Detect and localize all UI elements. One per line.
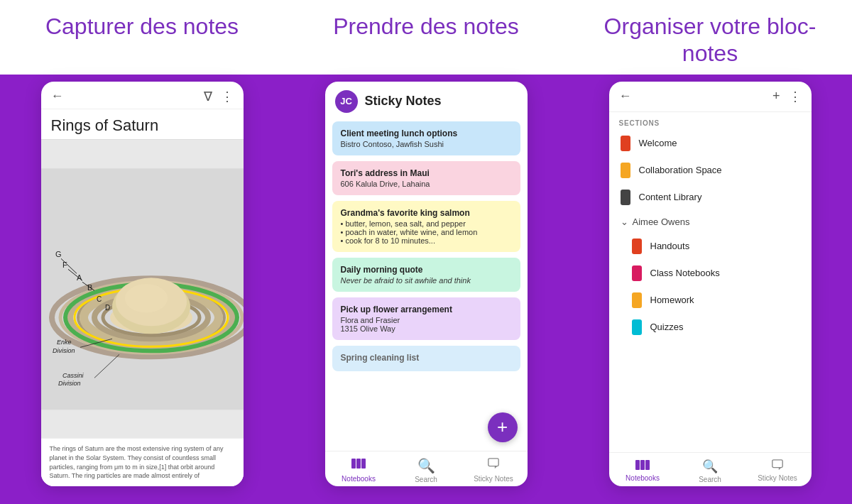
aimee-owens-label: Aimee Owens	[633, 217, 690, 227]
p3-plus-icon[interactable]: +	[772, 89, 780, 104]
p2-bottombar: Notebooks 🔍 Search Sticky Notes	[325, 451, 528, 486]
sticky-note-2-title: Tori's address in Maui	[341, 168, 512, 178]
sections-label-text: SECTIONS	[619, 119, 660, 127]
notebooks-icon	[351, 457, 366, 473]
sticky-note-1-body: Bistro Contoso, Jawfish Sushi	[341, 140, 512, 148]
class-notebooks-dot	[632, 265, 642, 281]
chevron-down-icon: ⌄	[621, 217, 628, 227]
heading-col2-text: Prendre des notes	[333, 13, 519, 39]
panel-sticky-notes: JC Sticky Notes Client meeting lunch opt…	[284, 75, 568, 504]
sticky-icon	[486, 457, 501, 473]
section-quizzes-label: Quizzes	[650, 322, 684, 332]
quizzes-dot	[632, 319, 642, 335]
svg-text:A: A	[77, 273, 82, 282]
sticky-note-2-body: 606 Kalula Drive, Lahaina	[341, 180, 512, 188]
sections-list: Welcome Collaboration Space Content Libr…	[609, 130, 812, 452]
star-icon[interactable]: ∇	[204, 89, 212, 104]
svg-text:G: G	[55, 250, 62, 258]
saturn-rings-svg: G F A B C D Enke Division Cassini	[41, 140, 244, 439]
section-content-library[interactable]: Content Library	[609, 184, 812, 211]
sticky-notes-heading: Sticky Notes	[365, 94, 442, 108]
svg-rect-33	[635, 460, 640, 470]
phone-card-2: JC Sticky Notes Client meeting lunch opt…	[325, 82, 528, 486]
p3-topbar-right: + ⋮	[772, 89, 802, 104]
sections-label: SECTIONS	[609, 112, 812, 130]
section-handouts[interactable]: Handouts	[609, 233, 812, 260]
p3-bottombar: Notebooks 🔍 Search Sticky Notes	[609, 452, 812, 486]
sticky-note-3[interactable]: Grandma's favorite king salmon • butter,…	[332, 201, 520, 252]
section-welcome-label: Welcome	[639, 138, 677, 148]
menu-icon[interactable]: ⋮	[221, 89, 234, 104]
heading-col1: Capturer des notes	[0, 13, 284, 67]
p1-caption: The rings of Saturn are the most extensi…	[41, 438, 244, 486]
avatar-initials: JC	[340, 96, 352, 106]
p2-heading-text: Sticky Notes	[365, 94, 442, 109]
p1-topbar-right: ∇ ⋮	[204, 89, 234, 104]
svg-text:D: D	[105, 304, 110, 312]
sticky-note-2[interactable]: Tori's address in Maui 606 Kalula Drive,…	[332, 161, 520, 195]
svg-rect-32	[488, 459, 498, 466]
p3-tab-sticky-notes[interactable]: Sticky Notes	[744, 459, 812, 483]
section-class-notebooks[interactable]: Class Notebooks	[609, 260, 812, 287]
heading-col3-text: Organiser votre bloc-notes	[604, 13, 816, 66]
sticky-note-5[interactable]: Pick up flower arrangement Flora and Fra…	[332, 297, 520, 340]
sticky-note-6[interactable]: Spring cleaning list	[332, 346, 520, 371]
section-handouts-label: Handouts	[650, 241, 690, 251]
svg-rect-29	[351, 459, 356, 469]
header-row: Capturer des notes Prendre des notes Org…	[0, 0, 852, 75]
sticky-notes-list: Client meeting lunch options Bistro Cont…	[325, 121, 528, 451]
back-icon[interactable]: ←	[51, 89, 64, 104]
tab-stickynotes-label: Sticky Notes	[474, 475, 513, 483]
section-content-library-label: Content Library	[639, 192, 702, 202]
section-collaboration[interactable]: Collaboration Space	[609, 157, 812, 184]
svg-text:Division: Division	[53, 347, 75, 354]
p3-topbar: ← + ⋮	[609, 82, 812, 112]
p3-tab-notebooks[interactable]: Notebooks	[609, 459, 677, 483]
sticky-note-1-title: Client meeting lunch options	[341, 128, 512, 138]
content-library-dot	[621, 190, 630, 205]
panel-capture: ← ∇ ⋮ Rings of Saturn	[0, 75, 284, 504]
svg-rect-35	[645, 460, 650, 470]
tab-search[interactable]: 🔍 Search	[393, 457, 460, 483]
expand-aimee-owens[interactable]: ⌄ Aimee Owens	[609, 211, 812, 233]
p3-tab-stickynotes-label: Sticky Notes	[758, 474, 797, 482]
svg-text:Enke: Enke	[57, 339, 72, 346]
p1-topbar: ← ∇ ⋮	[41, 82, 244, 109]
user-avatar: JC	[335, 90, 358, 113]
sticky-note-5-body: Flora and Frasier1315 Olive Way	[341, 316, 512, 333]
tab-notebooks-label: Notebooks	[342, 475, 376, 483]
heading-col1-text: Capturer des notes	[45, 13, 239, 39]
sticky-note-4[interactable]: Daily morning quote Never be afraid to s…	[332, 258, 520, 292]
sticky-note-5-title: Pick up flower arrangement	[341, 305, 512, 314]
p3-tab-notebooks-label: Notebooks	[626, 474, 660, 482]
sticky-note-3-body: • butter, lemon, sea salt, and pepper• p…	[341, 219, 512, 245]
p1-caption-text: The rings of Saturn are the most extensi…	[50, 445, 224, 479]
svg-text:Division: Division	[58, 380, 81, 387]
welcome-dot	[621, 136, 630, 151]
sticky-note-1[interactable]: Client meeting lunch options Bistro Cont…	[332, 121, 520, 155]
p3-dots-icon[interactable]: ⋮	[789, 89, 802, 104]
panel-organize: ← + ⋮ SECTIONS Welcome	[568, 75, 852, 504]
p3-sticky-icon	[770, 459, 785, 473]
svg-text:C: C	[97, 295, 102, 303]
p1-title-text: Rings of Saturn	[51, 116, 159, 134]
section-class-notebooks-label: Class Notebooks	[650, 268, 720, 278]
p3-back-icon[interactable]: ←	[619, 89, 632, 104]
p1-title: Rings of Saturn	[41, 109, 244, 140]
sticky-note-3-title: Grandma's favorite king salmon	[341, 208, 512, 218]
tab-sticky-notes[interactable]: Sticky Notes	[460, 457, 528, 483]
sticky-note-4-body: Never be afraid to sit awhile and think	[341, 276, 512, 285]
section-quizzes[interactable]: Quizzes	[609, 314, 812, 341]
section-collaboration-label: Collaboration Space	[639, 165, 722, 175]
p3-notebooks-icon	[635, 459, 650, 473]
section-welcome[interactable]: Welcome	[609, 130, 812, 157]
p3-tab-search[interactable]: 🔍 Search	[677, 459, 744, 483]
main-row: ← ∇ ⋮ Rings of Saturn	[0, 75, 852, 504]
svg-text:Cassini: Cassini	[62, 372, 84, 379]
add-note-fab[interactable]: +	[488, 412, 518, 442]
collaboration-dot	[621, 163, 630, 178]
phone-card-3: ← + ⋮ SECTIONS Welcome	[609, 82, 812, 486]
sticky-note-4-title: Daily morning quote	[341, 265, 512, 275]
tab-notebooks[interactable]: Notebooks	[325, 457, 393, 483]
section-homework[interactable]: Homework	[609, 287, 812, 314]
